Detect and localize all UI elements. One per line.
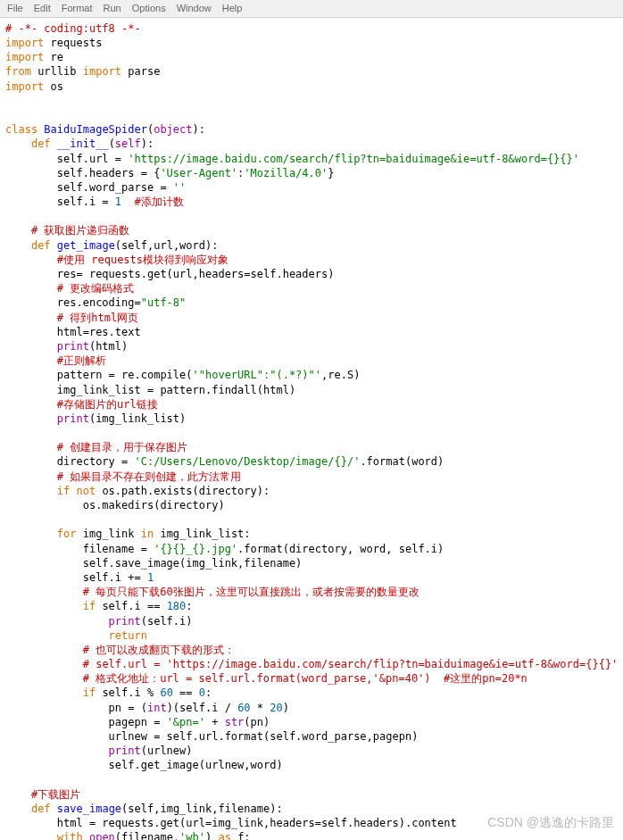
code-line: # 更改编码格式: [5, 281, 618, 295]
code-line: # 得到html网页: [5, 311, 618, 325]
code-line: [5, 773, 618, 787]
code-line: filename = '{}{}_{}.jpg'.format(director…: [5, 542, 618, 556]
code-line: def __init__(self):: [5, 137, 618, 151]
code-line: if self.i % 60 == 0:: [5, 686, 618, 700]
code-line: self.headers = {'User-Agent':'Mozilla/4.…: [5, 166, 618, 180]
code-line: # -*- coding:utf8 -*-: [5, 21, 618, 36]
menu-item[interactable]: File: [7, 2, 23, 15]
code-line: pn = (int)(self.i / 60 * 20): [5, 701, 618, 715]
code-line: self.save_image(img_link,filename): [5, 556, 618, 570]
code-line: res.encoding="utf-8": [5, 295, 618, 310]
menu-item[interactable]: Options: [132, 2, 166, 15]
code-line: print(self.i): [5, 614, 618, 628]
code-line: [5, 512, 618, 527]
code-line: self.word_parse = '': [5, 180, 618, 195]
watermark: CSDN @逃逸的卡路里: [487, 814, 614, 831]
code-line: if self.i == 180:: [5, 599, 618, 613]
code-line: print(urlnew): [5, 744, 618, 758]
code-line: self.i = 1 #添加计数: [5, 195, 618, 209]
code-line: [5, 108, 618, 122]
code-line: os.makedirs(directory): [5, 498, 618, 512]
code-line: [5, 426, 618, 440]
code-line: print(img_link_list): [5, 412, 618, 426]
code-line: #正则解析: [5, 353, 618, 368]
menu-item[interactable]: Window: [177, 2, 212, 15]
code-line: # 格式化地址：url = self.url.format(word_parse…: [5, 671, 618, 686]
code-line: return: [5, 628, 618, 643]
code-line: #下载图片: [5, 787, 618, 802]
code-line: # 也可以改成翻页下载的形式：: [5, 643, 618, 657]
code-line: [5, 94, 618, 108]
menu-item[interactable]: Run: [104, 2, 121, 15]
menu-item[interactable]: Help: [222, 2, 243, 15]
code-line: pagepn = '&pn=' + str(pn): [5, 715, 618, 729]
code-line: #存储图片的url链接: [5, 397, 618, 412]
code-line: html=res.text: [5, 325, 618, 339]
code-area: # -*- coding:utf8 -*-import requestsimpo…: [0, 18, 623, 840]
code-line: for img_link in img_link_list:: [5, 527, 618, 541]
code-line: # 如果目录不存在则创建，此方法常用: [5, 470, 618, 484]
code-line: class BaiduImageSpider(object):: [5, 122, 618, 137]
code-line: urlnew = self.url.format(self.word_parse…: [5, 729, 618, 744]
code-line: # self.url = 'https://image.baidu.com/se…: [5, 657, 618, 671]
code-line: directory = 'C:/Users/Lenovo/Desktop/ima…: [5, 454, 618, 469]
code-line: self.url = 'https://image.baidu.com/sear…: [5, 152, 618, 166]
menu-item[interactable]: Format: [62, 2, 93, 15]
code-line: print(html): [5, 339, 618, 353]
code-line: import requests: [5, 36, 618, 50]
code-line: pattern = re.compile('"hoverURL":"(.*?)"…: [5, 368, 618, 382]
code-line: with open(filename,'wb') as f:: [5, 830, 618, 840]
code-line: # 每页只能下载60张图片，这里可以直接跳出，或者按需要的数量更改: [5, 585, 618, 599]
code-line: if not os.path.exists(directory):: [5, 484, 618, 498]
code-line: # 创建目录，用于保存图片: [5, 440, 618, 454]
code-line: # 获取图片递归函数: [5, 223, 618, 237]
code-line: res= requests.get(url,headers=self.heade…: [5, 267, 618, 281]
menu-item[interactable]: Edit: [34, 2, 51, 15]
menu-bar: FileEditFormatRunOptionsWindowHelp: [0, 0, 623, 18]
code-line: import os: [5, 79, 618, 94]
code-line: self.i += 1: [5, 570, 618, 585]
code-line: def get_image(self,url,word):: [5, 238, 618, 253]
code-line: img_link_list = pattern.findall(html): [5, 383, 618, 397]
code-line: from urllib import parse: [5, 64, 618, 79]
code-line: #使用 requests模块得到响应对象: [5, 253, 618, 267]
code-line: import re: [5, 50, 618, 64]
code-line: [5, 209, 618, 223]
code-line: self.get_image(urlnew,word): [5, 758, 618, 772]
